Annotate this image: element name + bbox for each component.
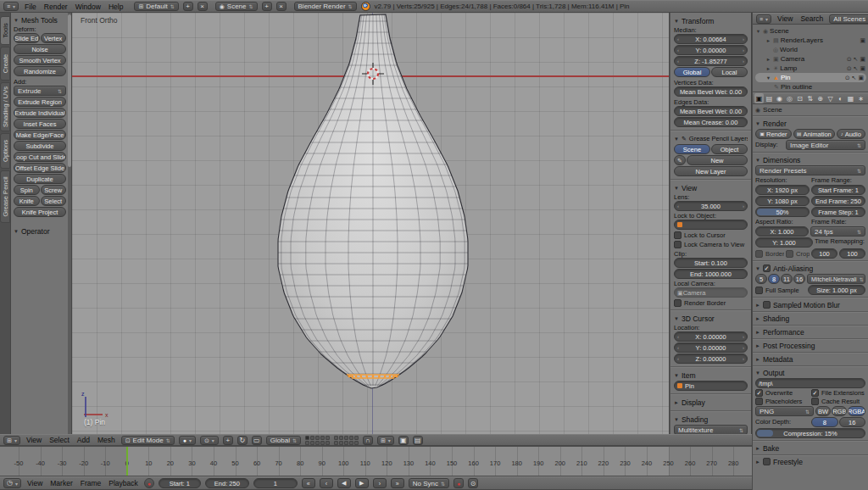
menu-view[interactable]: View <box>25 479 44 487</box>
render-engine-selector[interactable]: Blender Render ⇅ <box>294 2 357 11</box>
depth-16-button[interactable]: 16 <box>839 417 866 427</box>
gp-new-layer-button[interactable]: New Layer <box>674 166 748 176</box>
viewport-3d[interactable]: x z Front Ortho (1) Pin <box>72 13 670 434</box>
snap-element-selector[interactable]: ⊞ ▾ <box>377 436 394 445</box>
layers-widget-group2[interactable] <box>334 436 359 445</box>
freestyle-panel-header[interactable]: ► Freestyle <box>755 456 865 467</box>
delete-scene-button[interactable]: × <box>276 2 287 11</box>
render-toggle-icon[interactable]: ▣ <box>860 65 865 72</box>
render-border-checkbox[interactable]: Render Border <box>674 299 748 307</box>
tab-texture[interactable]: ▦ <box>846 93 855 103</box>
tab-object[interactable]: ⊡ <box>795 93 804 103</box>
expander-icon[interactable]: ► <box>765 66 771 71</box>
output-path-field[interactable]: /tmp\ <box>755 378 865 388</box>
operator-panel-header[interactable]: ▼ Operator <box>14 226 66 237</box>
output-panel-header[interactable]: ▼ Output <box>755 367 865 378</box>
outliner-item-scene[interactable]: ▼ ◉ Scene <box>755 26 868 36</box>
space-global-toggle[interactable]: Global <box>674 67 710 77</box>
scene-selector[interactable]: ◉ Scene ⇅ <box>215 2 258 11</box>
depth-8-button[interactable]: 8 <box>811 417 838 427</box>
expander-icon[interactable]: ▼ <box>765 75 771 81</box>
play-reverse-button[interactable]: ◀ <box>337 478 351 488</box>
sync-mode-selector[interactable]: No Sync ⇅ <box>409 478 449 488</box>
placeholders-checkbox[interactable]: Placeholders <box>755 398 810 405</box>
render-panel-header[interactable]: ▼ Render <box>755 118 865 129</box>
frame-start-field[interactable]: Start: 1 <box>159 478 201 488</box>
outliner-item-world[interactable]: ◎ World <box>755 45 868 54</box>
randomize-button[interactable]: Randomize <box>14 66 66 76</box>
overwrite-checkbox[interactable]: ✓Overwrite <box>755 389 810 397</box>
viewport-editor-type-selector[interactable]: ⊞ ▾ <box>3 436 20 445</box>
cache-result-checkbox[interactable]: Cache Result <box>811 398 865 405</box>
tab-grease-pencil[interactable]: Grease Pencil <box>0 170 10 223</box>
cursor-panel-header[interactable]: ▼ 3D Cursor <box>674 313 748 324</box>
start-frame-field[interactable]: Start Frame: 1 <box>811 185 865 195</box>
display-panel-header[interactable]: ► Display <box>674 397 748 408</box>
3d-cursor[interactable] <box>360 61 386 86</box>
median-z-field[interactable]: ‹Z: -1.85277› <box>674 56 748 66</box>
tab-render[interactable]: ▣ <box>754 93 764 103</box>
menu-mesh[interactable]: Mesh <box>96 436 117 444</box>
spin-button[interactable]: Spin <box>14 185 40 195</box>
jump-to-start-button[interactable]: « <box>302 478 315 488</box>
tab-shading-uvs[interactable]: Shading / UVs <box>0 82 10 131</box>
outliner-item-lamp[interactable]: ► ☀ Lamp ⊙↖▣ <box>755 64 868 73</box>
menu-playback[interactable]: Playback <box>107 479 140 487</box>
record-button[interactable]: ● <box>453 478 464 488</box>
display-mode-dropdown[interactable]: Image Editor ⇅ <box>786 140 865 150</box>
tab-render-layers[interactable]: ▤ <box>765 93 774 103</box>
outliner-item-camera[interactable]: ► ▣ Camera ⊙↖▣ <box>755 54 868 64</box>
noise-button[interactable]: Noise <box>14 44 66 54</box>
render-toggle-icon[interactable]: ▣ <box>860 56 865 63</box>
select-button[interactable]: Select <box>41 196 67 206</box>
cursor-z-field[interactable]: ‹Z: 0.00000› <box>674 354 748 364</box>
border-checkbox[interactable]: Border <box>755 248 784 259</box>
render-toggle-icon[interactable]: ▣ <box>860 37 865 44</box>
slide-vertex-button[interactable]: Vertex <box>41 33 67 43</box>
cursor-x-field[interactable]: ‹X: 0.00000› <box>674 331 748 342</box>
inset-faces-button[interactable]: Inset Faces <box>14 119 66 129</box>
fps-dropdown[interactable]: 24 fps⇅ <box>810 226 865 237</box>
resolution-x-field[interactable]: X: 1920 px <box>755 185 810 195</box>
menu-view[interactable]: View <box>25 436 43 444</box>
file-extensions-checkbox[interactable]: ✓File Extensions <box>811 389 865 397</box>
space-local-toggle[interactable]: Local <box>711 67 748 77</box>
outliner-item-renderlayers[interactable]: ► ▤ RenderLayers ▣ <box>755 36 868 45</box>
color-bw-button[interactable]: BW <box>815 406 831 416</box>
menu-view[interactable]: View <box>776 14 794 23</box>
tab-modifiers[interactable]: ⊕ <box>815 93 825 103</box>
tab-scene[interactable]: ◉ <box>775 93 784 103</box>
file-format-dropdown[interactable]: PNG ⇅ <box>755 406 814 416</box>
screen-layout-selector[interactable]: ⊞ Default ⇅ <box>134 2 178 11</box>
menu-window[interactable]: Window <box>74 3 103 11</box>
local-camera-picker[interactable]: ▣Camera <box>674 287 748 298</box>
menu-add[interactable]: Add <box>75 436 92 444</box>
smooth-vertex-button[interactable]: Smooth Vertex <box>14 55 66 65</box>
visibility-toggle-icon[interactable]: ⊙ <box>847 65 852 72</box>
metadata-panel-header[interactable]: ► Metadata <box>755 354 865 365</box>
motion-blur-checkbox[interactable] <box>763 301 771 309</box>
tab-world[interactable]: ◎ <box>785 93 794 103</box>
item-panel-header[interactable]: ▼ Item <box>674 370 748 381</box>
menu-help[interactable]: Help <box>107 3 125 11</box>
aa-samples-8-button[interactable]: 8 <box>768 274 780 284</box>
aa-samples-11-button[interactable]: 11 <box>781 274 793 284</box>
frame-step-field[interactable]: Frame Step: 1 <box>811 207 865 217</box>
frame-end-field[interactable]: End: 250 <box>205 478 249 488</box>
transform-panel-header[interactable]: ▼ Transform <box>674 15 748 26</box>
layers-widget-group1[interactable] <box>305 436 330 445</box>
knife-project-button[interactable]: Knife Project <box>14 207 66 217</box>
visibility-toggle-icon[interactable]: ⊙ <box>847 56 852 63</box>
menu-marker[interactable]: Marker <box>48 479 74 487</box>
screw-button[interactable]: Screw <box>41 185 67 195</box>
aa-samples-16-button[interactable]: 16 <box>793 274 805 284</box>
shading-mode-dropdown[interactable]: Multitexture ⇅ <box>674 425 748 434</box>
median-y-field[interactable]: ‹Y: 0.00000› <box>674 45 748 55</box>
render-toggle-icon[interactable]: ▣ <box>858 75 864 81</box>
vertex-bevel-field[interactable]: Mean Bevel Wei: 0.00 <box>674 86 748 97</box>
audio-button[interactable]: ♪Audio <box>837 129 865 139</box>
add-layout-button[interactable]: + <box>183 2 193 11</box>
aspect-y-field[interactable]: Y: 1.000 <box>755 237 813 248</box>
knife-button[interactable]: Knife <box>14 196 40 206</box>
menu-render[interactable]: Render <box>42 3 70 11</box>
